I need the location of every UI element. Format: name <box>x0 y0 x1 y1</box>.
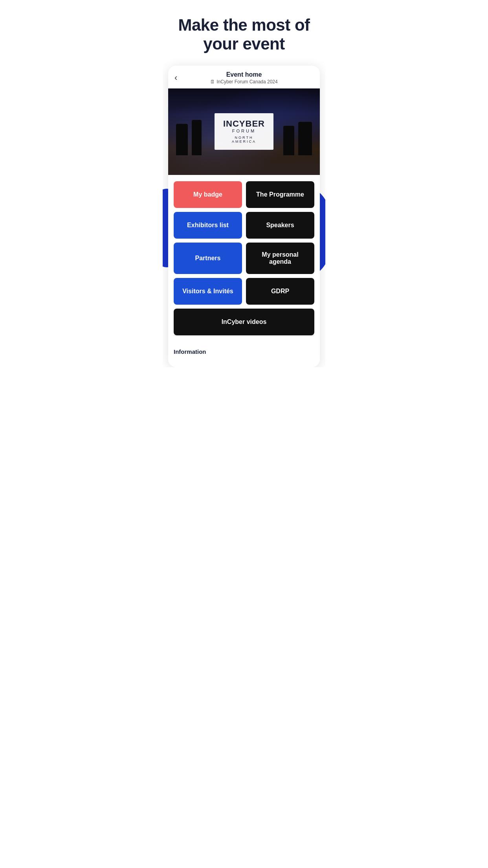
header-section: Make the most of your event <box>163 0 325 66</box>
event-home-label: Event home <box>210 71 277 78</box>
my-badge-button[interactable]: My badge <box>174 181 242 208</box>
incyber-logo-wordmark: INCYBER <box>223 120 265 128</box>
buttons-grid: My badge The Programme Exhibitors list S… <box>168 175 320 335</box>
event-subtitle: 🗓 InCyber Forum Canada 2024 <box>210 79 277 85</box>
page-wrapper: Make the most of your event ‹ Event home… <box>163 0 325 367</box>
incyber-logo: INCYBER FORUM NORTH AMERICA <box>215 113 273 150</box>
partners-button[interactable]: Partners <box>174 243 242 274</box>
logo-cyber: CYBER <box>233 119 265 129</box>
info-label: Information <box>174 348 206 355</box>
page-title: Make the most of your event <box>174 16 314 54</box>
event-title-area: Event home 🗓 InCyber Forum Canada 2024 <box>210 71 277 85</box>
visitors-invites-button[interactable]: Visitors & Invités <box>174 278 242 305</box>
my-personal-agenda-button[interactable]: My personal agenda <box>246 243 314 274</box>
logo-forum: FORUM <box>223 129 265 133</box>
silhouette-2 <box>192 120 202 155</box>
incyber-videos-button[interactable]: InCyber videos <box>174 309 314 335</box>
speakers-button[interactable]: Speakers <box>246 212 314 239</box>
info-section: Information <box>168 340 320 359</box>
silhouette-4 <box>283 126 294 155</box>
exhibitors-list-button[interactable]: Exhibitors list <box>174 212 242 239</box>
silhouette-3 <box>298 122 312 155</box>
logo-in: IN <box>223 119 233 129</box>
silhouette-1 <box>176 124 188 155</box>
event-name: InCyber Forum Canada 2024 <box>216 79 277 85</box>
event-header: ‹ Event home 🗓 InCyber Forum Canada 2024 <box>168 66 320 88</box>
event-card: ‹ Event home 🗓 InCyber Forum Canada 2024… <box>168 66 320 367</box>
logo-north-america: NORTH AMERICA <box>223 136 265 143</box>
back-button[interactable]: ‹ <box>174 74 177 82</box>
info-divider <box>174 335 314 336</box>
hero-image: INCYBER FORUM NORTH AMERICA <box>168 88 320 175</box>
the-programme-button[interactable]: The Programme <box>246 181 314 208</box>
calendar-icon: 🗓 <box>210 79 215 85</box>
gdrp-button[interactable]: GDRP <box>246 278 314 305</box>
